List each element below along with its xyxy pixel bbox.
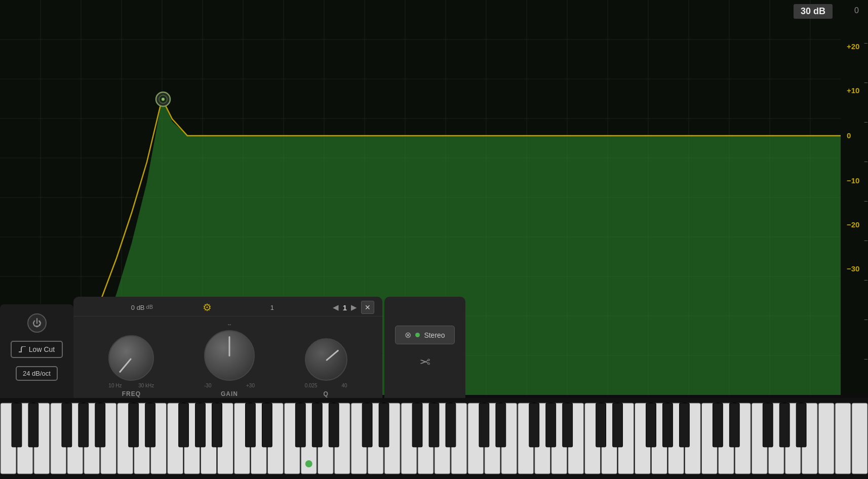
piano-keyboard: /* generated below */ xyxy=(0,398,868,479)
close-button[interactable]: ✕ xyxy=(361,301,374,314)
scale-db-10: −10 xyxy=(864,39,868,47)
gain-top-label: 0 dB xyxy=(131,304,145,311)
scale-minus10: −10 xyxy=(847,176,859,185)
freq-knob[interactable] xyxy=(108,335,154,381)
q-min-label: 0.025 xyxy=(305,383,318,388)
svg-rect-109 xyxy=(563,403,573,447)
stereo-button[interactable]: ⊗ Stereo xyxy=(395,326,454,344)
piano-svg: /* generated below */ xyxy=(0,398,868,479)
scale-db-60: −60 xyxy=(864,237,868,245)
svg-rect-103 xyxy=(429,403,439,447)
scale-db-20: −20 xyxy=(864,79,868,87)
svg-rect-86 xyxy=(28,403,38,447)
svg-rect-94 xyxy=(212,403,222,447)
svg-rect-111 xyxy=(613,403,623,447)
gain-range: -30 +30 xyxy=(204,383,255,388)
db-range-display[interactable]: 30 dB xyxy=(794,4,833,19)
svg-rect-113 xyxy=(663,403,673,447)
svg-rect-100 xyxy=(362,403,372,447)
band-number-label: 1 xyxy=(343,303,347,312)
link-icon: ⊗ xyxy=(405,330,411,340)
svg-rect-89 xyxy=(95,403,105,447)
svg-rect-87 xyxy=(62,403,72,447)
svg-rect-112 xyxy=(646,403,656,447)
scale-db-40: −40 xyxy=(864,158,868,166)
control-panel: ⏻ Low Cut 24 dB/oct 0 dB dB ⚙ xyxy=(0,297,465,398)
svg-rect-92 xyxy=(179,403,189,447)
band-next-button[interactable]: ▶ xyxy=(351,303,357,312)
scale-db-30: −30 xyxy=(864,118,868,126)
svg-rect-107 xyxy=(529,403,539,447)
svg-rect-97 xyxy=(295,403,305,447)
knobs-row: 10 Hz 30 kHz FREQ ↔ -30 xyxy=(73,316,382,402)
svg-rect-91 xyxy=(145,403,155,447)
q-top-area: 1 xyxy=(212,304,333,311)
low-cut-icon xyxy=(19,346,26,352)
q-top-label: 1 xyxy=(270,304,274,311)
freq-min-label: 10 Hz xyxy=(108,383,122,388)
svg-rect-105 xyxy=(479,403,489,447)
svg-rect-118 xyxy=(779,403,790,447)
q-range: 0.025 40 xyxy=(305,383,347,388)
right-controls-panel: ⊗ Stereo ✂ xyxy=(384,297,465,398)
svg-rect-85 xyxy=(12,403,22,447)
freq-knob-group: 10 Hz 30 kHz FREQ xyxy=(108,335,154,397)
power-button[interactable]: ⏻ xyxy=(27,313,47,333)
svg-rect-82 xyxy=(818,403,834,474)
gain-knob-group: ↔ -30 +30 GAIN xyxy=(204,322,255,397)
svg-rect-83 xyxy=(835,403,851,474)
svg-rect-90 xyxy=(129,403,139,447)
svg-rect-84 xyxy=(852,403,867,474)
scale-plus20: +20 xyxy=(847,42,859,51)
svg-rect-101 xyxy=(379,403,389,447)
svg-rect-119 xyxy=(796,403,806,447)
gain-label: GAIN xyxy=(221,390,238,397)
settings-icon[interactable]: ⚙ xyxy=(203,301,212,313)
q-label: Q xyxy=(323,390,328,397)
svg-point-32 xyxy=(162,98,165,101)
gain-min-label: -30 xyxy=(204,383,211,388)
filter-type-button[interactable]: Low Cut xyxy=(11,341,63,358)
svg-rect-98 xyxy=(312,403,322,447)
svg-rect-116 xyxy=(729,403,739,447)
q-knob-group: 0.025 40 Q xyxy=(305,338,347,397)
stereo-dot xyxy=(415,333,420,337)
stereo-label: Stereo xyxy=(424,331,445,339)
band-controls-box: 0 dB dB ⚙ 1 ◀ 1 ▶ ✕ xyxy=(73,297,382,398)
svg-rect-88 xyxy=(78,403,89,447)
q-knob[interactable] xyxy=(305,338,347,381)
svg-rect-93 xyxy=(195,403,206,447)
controls-top-bar: 0 dB dB ⚙ 1 ◀ 1 ▶ ✕ xyxy=(73,297,382,316)
scale-minus20: −20 xyxy=(847,220,859,229)
svg-rect-114 xyxy=(680,403,690,447)
scale-db-50: −50 xyxy=(864,197,868,205)
svg-rect-102 xyxy=(412,403,422,447)
gain-top-area: 0 dB dB xyxy=(82,304,203,311)
power-area: ⏻ Low Cut 24 dB/oct xyxy=(0,304,73,398)
svg-point-120 xyxy=(305,460,312,467)
freq-max-label: 30 kHz xyxy=(138,383,154,388)
svg-rect-115 xyxy=(713,403,723,447)
svg-rect-95 xyxy=(246,403,256,447)
svg-rect-108 xyxy=(546,403,556,447)
svg-rect-96 xyxy=(262,403,272,447)
svg-rect-104 xyxy=(446,403,456,447)
band-prev-button[interactable]: ◀ xyxy=(333,303,339,312)
gain-knob[interactable] xyxy=(204,330,255,381)
slope-button[interactable]: 24 dB/oct xyxy=(16,366,58,381)
scale-minus30: −30 xyxy=(847,264,859,273)
scissors-button[interactable]: ✂ xyxy=(419,353,430,369)
scale-db-70: −70 xyxy=(864,276,868,284)
svg-rect-117 xyxy=(763,403,773,447)
svg-rect-110 xyxy=(596,403,606,447)
freq-range: 10 Hz 30 kHz xyxy=(108,383,154,388)
band-nav: ◀ 1 ▶ ✕ xyxy=(333,301,374,314)
main-container: +20 +10 0 −10 −20 −30 −10 −20 −30 −40 −5… xyxy=(0,0,868,479)
scale-db-80: −80 xyxy=(864,316,868,324)
gain-max-label: +30 xyxy=(246,383,255,388)
svg-rect-106 xyxy=(496,403,506,447)
freq-label: FREQ xyxy=(122,390,141,397)
scale-db-90: −90 xyxy=(864,355,868,363)
settings-area: ⚙ xyxy=(203,301,212,313)
svg-rect-99 xyxy=(329,403,339,447)
